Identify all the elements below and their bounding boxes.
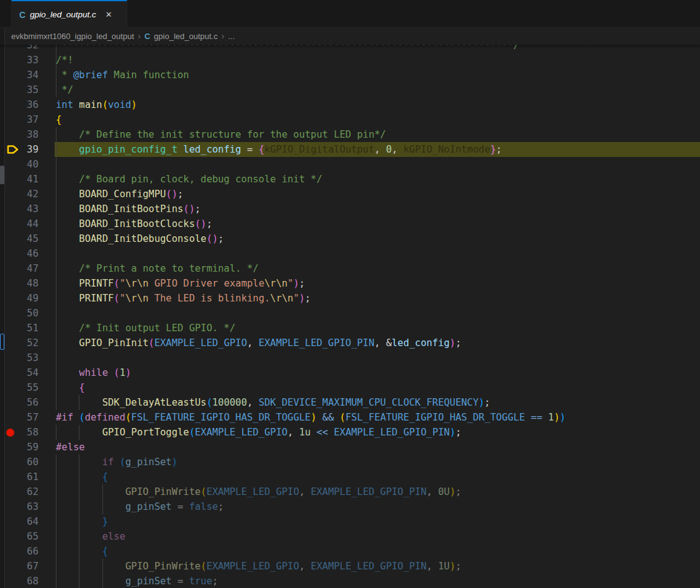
glyph-margin[interactable] xyxy=(5,82,22,97)
glyph-margin[interactable] xyxy=(5,365,22,380)
glyph-margin[interactable] xyxy=(5,425,22,440)
glyph-margin[interactable] xyxy=(5,202,22,216)
glyph-margin[interactable] xyxy=(5,529,22,544)
glyph-margin[interactable] xyxy=(5,216,22,231)
breakpoint-icon[interactable] xyxy=(6,429,14,437)
code-text[interactable]: BOARD_InitBootPins(); xyxy=(55,202,700,216)
code-text[interactable]: BOARD_ConfigMPU(); xyxy=(55,187,700,202)
glyph-margin[interactable] xyxy=(5,157,22,172)
code-text[interactable]: */ xyxy=(55,82,700,97)
code-line[interactable]: 67 GPIO_PinWrite(EXAMPLE_LED_GPIO, EXAMP… xyxy=(0,559,700,574)
code-text[interactable]: { xyxy=(55,544,700,559)
breadcrumb-symbol-more[interactable]: ... xyxy=(228,32,235,41)
code-line[interactable]: 50 xyxy=(0,306,700,321)
code-line[interactable]: 60 if (g_pinSet) xyxy=(0,455,700,470)
glyph-margin[interactable] xyxy=(5,261,22,276)
code-line[interactable]: 36int main(void) xyxy=(0,97,700,112)
glyph-margin[interactable] xyxy=(5,559,22,574)
code-line[interactable]: 33/*! xyxy=(0,53,700,68)
code-text[interactable]: g_pinSet = false; xyxy=(55,499,700,514)
glyph-margin[interactable] xyxy=(5,410,22,425)
code-text[interactable]: GPIO_PortToggle(EXAMPLE_LED_GPIO, 1u << … xyxy=(55,425,700,440)
code-text[interactable]: #if (defined(FSL_FEATURE_IGPIO_HAS_DR_TO… xyxy=(55,410,700,425)
glyph-margin[interactable] xyxy=(5,45,22,53)
code-text[interactable] xyxy=(55,306,700,321)
code-line[interactable]: 56 SDK_DelayAtLeastUs(100000, SDK_DEVICE… xyxy=(0,395,700,410)
code-text[interactable] xyxy=(55,246,700,261)
breadcrumb-folder[interactable]: evkbmimxrt1060_igpio_led_output xyxy=(11,32,134,41)
code-line[interactable]: 47 /* Print a note to terminal. */ xyxy=(0,261,700,276)
code-line[interactable]: 42 BOARD_ConfigMPU(); xyxy=(0,187,700,202)
glyph-margin[interactable] xyxy=(5,484,22,499)
code-line[interactable]: 51 /* Init output LED GPIO. */ xyxy=(0,321,700,336)
glyph-margin[interactable] xyxy=(5,514,22,529)
code-text[interactable]: { xyxy=(55,470,700,484)
glyph-margin[interactable] xyxy=(5,276,22,291)
code-text[interactable]: /* Define the init structure for the out… xyxy=(55,127,700,142)
code-text[interactable]: * @brief Main function xyxy=(55,68,700,82)
code-line[interactable]: 45 BOARD_InitDebugConsole(); xyxy=(0,231,700,246)
code-text[interactable]: while (1) xyxy=(55,365,700,380)
code-line[interactable]: 61 { xyxy=(0,470,700,484)
code-line[interactable]: 64 } xyxy=(0,514,700,529)
code-text[interactable]: { xyxy=(55,380,700,395)
code-text[interactable]: GPIO_PinInit(EXAMPLE_LED_GPIO, EXAMPLE_L… xyxy=(55,336,700,350)
code-line[interactable]: 38 /* Define the init structure for the … xyxy=(0,127,700,142)
code-text[interactable]: /*! xyxy=(55,53,700,68)
code-line[interactable]: 53 xyxy=(0,350,700,365)
code-line[interactable]: 40 xyxy=(0,157,700,172)
glyph-margin[interactable] xyxy=(5,574,22,588)
code-text[interactable]: } xyxy=(55,514,700,529)
code-text[interactable]: BOARD_InitDebugConsole(); xyxy=(55,231,700,246)
code-line[interactable]: 68 g_pinSet = true; xyxy=(0,574,700,588)
glyph-margin[interactable] xyxy=(5,97,22,112)
code-text[interactable]: ****************************************… xyxy=(55,45,700,53)
glyph-margin[interactable] xyxy=(5,291,22,306)
glyph-margin[interactable] xyxy=(5,142,22,157)
code-line[interactable]: 65 else xyxy=(0,529,700,544)
code-line[interactable]: 34 * @brief Main function xyxy=(0,68,700,82)
code-line[interactable]: 54 while (1) xyxy=(0,365,700,380)
code-editor[interactable]: 32 *************************************… xyxy=(0,45,700,588)
code-text[interactable]: /* Board pin, clock, debug console init … xyxy=(55,172,700,187)
glyph-margin[interactable] xyxy=(5,321,22,336)
code-text[interactable]: { xyxy=(55,112,700,127)
glyph-margin[interactable] xyxy=(5,499,22,514)
tab-gpio-led-output[interactable]: C gpio_led_output.c ✕ xyxy=(11,0,127,28)
glyph-margin[interactable] xyxy=(5,395,22,410)
code-line[interactable]: 49 PRINTF("\r\n The LED is blinking.\r\n… xyxy=(0,291,700,306)
code-line[interactable]: 41 /* Board pin, clock, debug console in… xyxy=(0,172,700,187)
code-text[interactable]: GPIO_PinWrite(EXAMPLE_LED_GPIO, EXAMPLE_… xyxy=(55,559,700,574)
glyph-margin[interactable] xyxy=(5,112,22,127)
glyph-margin[interactable] xyxy=(5,187,22,202)
glyph-margin[interactable] xyxy=(5,350,22,365)
code-line[interactable]: 59#else xyxy=(0,440,700,455)
glyph-margin[interactable] xyxy=(5,440,22,455)
breadcrumb-file[interactable]: gpio_led_output.c xyxy=(154,32,218,41)
code-line[interactable]: 57#if (defined(FSL_FEATURE_IGPIO_HAS_DR_… xyxy=(0,410,700,425)
glyph-margin[interactable] xyxy=(5,544,22,559)
code-text[interactable] xyxy=(55,157,700,172)
glyph-margin[interactable] xyxy=(5,127,22,142)
code-text[interactable] xyxy=(55,350,700,365)
glyph-margin[interactable] xyxy=(5,231,22,246)
glyph-margin[interactable] xyxy=(5,336,22,350)
glyph-margin[interactable] xyxy=(5,306,22,321)
code-line[interactable]: 63 g_pinSet = false; xyxy=(0,499,700,514)
glyph-margin[interactable] xyxy=(5,455,22,470)
glyph-margin[interactable] xyxy=(5,68,22,82)
code-line[interactable]: 44 BOARD_InitBootClocks(); xyxy=(0,216,700,231)
code-text[interactable]: int main(void) xyxy=(55,97,700,112)
code-text[interactable]: #else xyxy=(55,440,700,455)
code-line[interactable]: 35 */ xyxy=(0,82,700,97)
code-line[interactable]: 66 { xyxy=(0,544,700,559)
code-text[interactable]: /* Print a note to terminal. */ xyxy=(55,261,700,276)
code-line[interactable]: 48 PRINTF("\r\n GPIO Driver example\r\n"… xyxy=(0,276,700,291)
code-line[interactable]: 46 xyxy=(0,246,700,261)
code-text[interactable]: if (g_pinSet) xyxy=(55,455,700,470)
code-text[interactable]: SDK_DelayAtLeastUs(100000, SDK_DEVICE_MA… xyxy=(55,395,700,410)
code-line[interactable]: 52 GPIO_PinInit(EXAMPLE_LED_GPIO, EXAMPL… xyxy=(0,336,700,350)
code-text[interactable]: else xyxy=(55,529,700,544)
code-text[interactable]: PRINTF("\r\n GPIO Driver example\r\n"); xyxy=(55,276,700,291)
glyph-margin[interactable] xyxy=(5,470,22,484)
